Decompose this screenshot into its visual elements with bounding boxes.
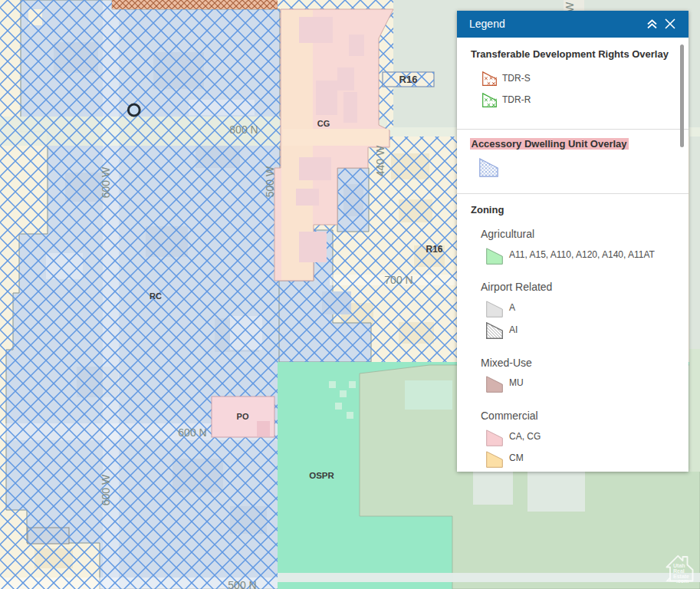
- svg-text:800 N: 800 N: [229, 123, 258, 136]
- svg-text:PO: PO: [237, 412, 249, 421]
- svg-text:Utah: Utah: [673, 563, 685, 568]
- svg-text:600 N: 600 N: [178, 426, 206, 439]
- svg-text:700 N: 700 N: [384, 274, 412, 286]
- svg-text:500 N: 500 N: [228, 579, 256, 589]
- svg-text:OSPR: OSPR: [309, 471, 334, 480]
- svg-text:440 W: 440 W: [374, 145, 386, 176]
- svg-text:R16: R16: [426, 244, 442, 255]
- svg-text:CG: CG: [317, 119, 330, 128]
- svg-text:600 W: 600 W: [100, 474, 112, 505]
- svg-text:R16: R16: [399, 74, 418, 85]
- svg-text:500 W: 500 W: [264, 166, 276, 197]
- svg-text:600 W: 600 W: [100, 166, 112, 198]
- svg-text:.com: .com: [676, 578, 688, 584]
- svg-text:RC: RC: [150, 291, 162, 301]
